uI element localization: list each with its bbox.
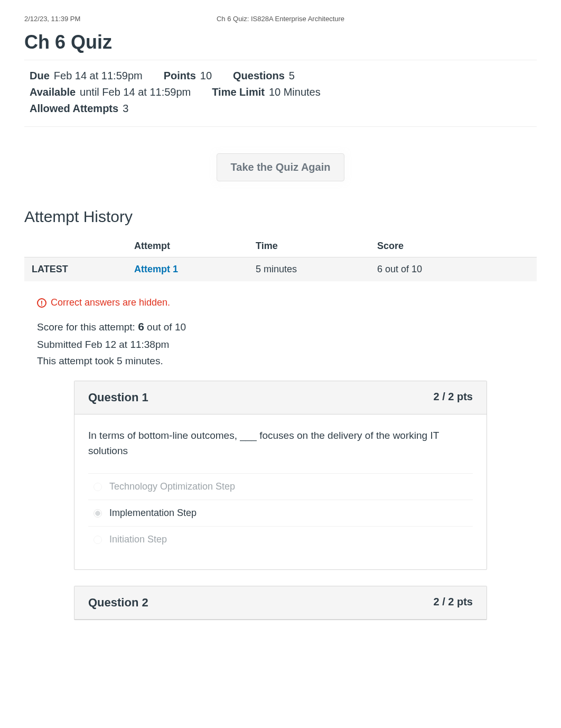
print-page-title: Ch 6 Quiz: IS828A Enterprise Architectur… [217,15,344,23]
question-card-1: Question 1 2 / 2 pts In terms of bottom-… [74,381,487,570]
answer-option-selected: Implementation Step [88,500,473,526]
col-attempt: Attempt [130,235,251,257]
take-quiz-again-button[interactable]: Take the Quiz Again [217,153,345,181]
attempt-history-title: Attempt History [24,208,537,226]
quiz-title: Ch 6 Quiz [24,31,537,53]
answer-option: Initiation Step [88,526,473,552]
meta-available: Available until Feb 14 at 11:59pm [30,84,191,100]
radio-icon [94,509,102,518]
radio-icon [94,483,102,491]
meta-allowed: Allowed Attempts 3 [30,100,128,117]
correct-answers-hidden: ! Correct answers are hidden. [37,297,524,308]
attempt-history-table: Attempt Time Score LATEST Attempt 1 5 mi… [24,235,537,281]
question-card-2: Question 2 2 / 2 pts [74,586,487,620]
attempt-status: LATEST [24,257,130,282]
meta-points: Points 10 [164,68,212,84]
quiz-meta: Due Feb 14 at 11:59pm Points 10 Question… [24,60,537,127]
radio-icon [94,536,102,544]
col-time: Time [251,235,373,257]
question-points: 2 / 2 pts [434,596,473,610]
meta-due: Due Feb 14 at 11:59pm [30,68,143,84]
attempt-summary: Score for this attempt: 6 out of 10 Subm… [37,318,524,369]
col-score: Score [373,235,537,257]
attempt-time: 5 minutes [251,257,373,282]
attempt-score: 6 out of 10 [373,257,537,282]
alert-icon: ! [37,298,46,308]
table-row: LATEST Attempt 1 5 minutes 6 out of 10 [24,257,537,282]
question-prompt: In terms of bottom-line outcomes, ___ fo… [88,428,473,458]
attempt-link[interactable]: Attempt 1 [134,264,178,274]
col-status [24,235,130,257]
question-points: 2 / 2 pts [434,391,473,404]
meta-timelimit: Time Limit 10 Minutes [212,84,321,100]
question-label: Question 1 [88,391,148,404]
meta-questions: Questions 5 [233,68,295,84]
answer-option: Technology Optimization Step [88,473,473,500]
question-label: Question 2 [88,596,148,610]
print-timestamp: 2/12/23, 11:39 PM [24,15,80,23]
